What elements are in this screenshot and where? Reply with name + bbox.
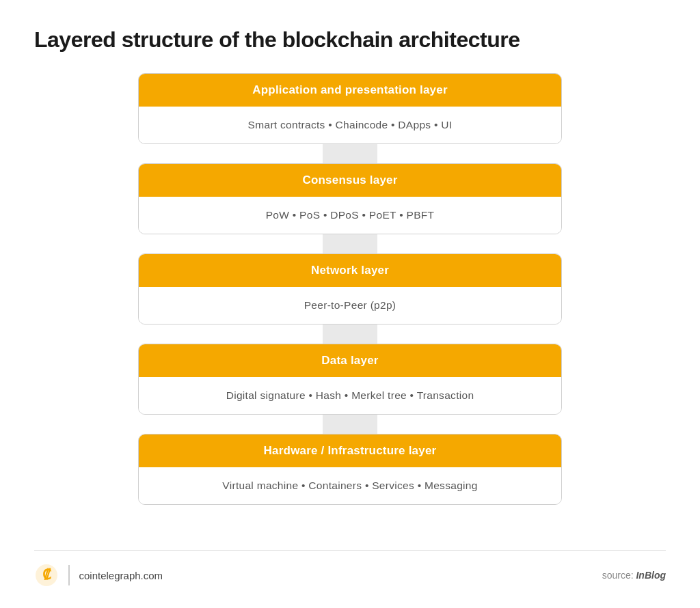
layer-consensus-items: PoW • PoS • DPoS • PoET • PBFT — [266, 209, 435, 221]
layer-network-title: Network layer — [311, 264, 389, 277]
layer-application: Application and presentation layer Smart… — [138, 73, 562, 144]
layer-application-title: Application and presentation layer — [252, 83, 447, 96]
connector-3 — [323, 324, 377, 344]
layer-consensus-title: Consensus layer — [302, 174, 397, 186]
page-title: Layered structure of the blockchain arch… — [34, 27, 666, 53]
page-container: Layered structure of the blockchain arch… — [0, 0, 700, 608]
footer-domain: cointelegraph.com — [79, 570, 163, 581]
footer-source-name: InBlog — [636, 570, 666, 581]
layer-hardware-items: Virtual machine • Containers • Services … — [222, 480, 477, 491]
connector-1 — [323, 144, 377, 163]
layer-hardware-title: Hardware / Infrastructure layer — [264, 444, 437, 457]
layer-data: Data layer Digital signature • Hash • Me… — [138, 344, 562, 415]
layer-data-content: Digital signature • Hash • Merkel tree •… — [139, 377, 561, 414]
layer-network-header: Network layer — [139, 254, 561, 287]
footer-source: source: InBlog — [602, 570, 666, 581]
layer-network: Network layer Peer-to-Peer (p2p) — [138, 253, 562, 324]
diagram-area: Application and presentation layer Smart… — [34, 73, 666, 543]
layer-data-title: Data layer — [321, 354, 378, 367]
svg-text:₡: ₡ — [42, 567, 51, 582]
layer-consensus: Consensus layer PoW • PoS • DPoS • PoET … — [138, 163, 562, 234]
footer-divider — [68, 565, 70, 585]
connector-2 — [323, 234, 377, 253]
layer-application-items: Smart contracts • Chaincode • DApps • UI — [248, 119, 453, 130]
layer-consensus-header: Consensus layer — [139, 164, 561, 197]
layer-hardware-content: Virtual machine • Containers • Services … — [139, 467, 561, 504]
layer-hardware: Hardware / Infrastructure layer Virtual … — [138, 434, 562, 505]
layer-application-header: Application and presentation layer — [139, 74, 561, 107]
layer-application-content: Smart contracts • Chaincode • DApps • UI — [139, 107, 561, 143]
layer-consensus-content: PoW • PoS • DPoS • PoET • PBFT — [139, 197, 561, 234]
layer-hardware-header: Hardware / Infrastructure layer — [139, 434, 561, 467]
cointelegraph-logo: ₡ — [34, 563, 59, 588]
footer: ₡ cointelegraph.com source: InBlog — [34, 550, 666, 588]
layer-data-header: Data layer — [139, 344, 561, 377]
footer-left: ₡ cointelegraph.com — [34, 563, 163, 588]
layer-data-items: Digital signature • Hash • Merkel tree •… — [226, 389, 474, 401]
connector-4 — [323, 415, 377, 434]
layer-network-items: Peer-to-Peer (p2p) — [304, 299, 396, 311]
footer-source-label: source: — [602, 570, 634, 581]
layer-network-content: Peer-to-Peer (p2p) — [139, 287, 561, 324]
